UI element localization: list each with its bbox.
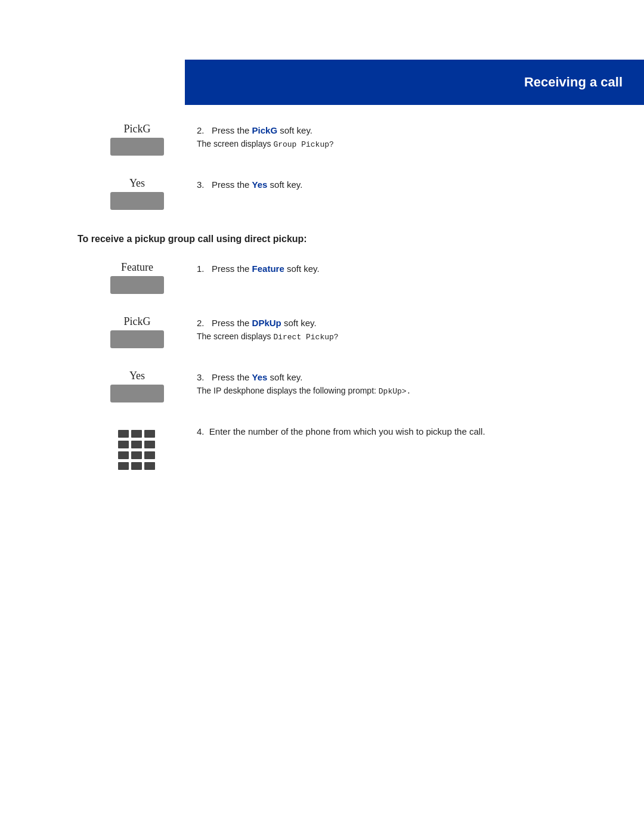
step-left-feature: Feature xyxy=(78,261,197,294)
step-right-pickG-1: 2. Press the PickG soft key. The screen … xyxy=(197,123,608,149)
numpad-key xyxy=(118,430,129,438)
step-row-numpad: 4. Enter the number of the phone from wh… xyxy=(78,424,608,470)
key-label-pickG-1: PickG xyxy=(124,123,151,135)
step-sub-pickG-1: The screen displays Group Pickup? xyxy=(197,139,608,149)
key-button-dpkup xyxy=(110,330,164,348)
step-sub-dpkup: The screen displays Direct Pickup? xyxy=(197,332,608,342)
step-left-pickG-1: PickG xyxy=(78,123,197,156)
step-number-numpad: 4. Enter the number of the phone from wh… xyxy=(197,426,608,436)
step-number-pickG-1: 2. Press the PickG soft key. xyxy=(197,125,608,135)
key-button-yes-2 xyxy=(110,385,164,402)
content-area: PickG 2. Press the PickG soft key. The s… xyxy=(0,105,644,528)
step-right-yes-1: 3. Press the Yes soft key. xyxy=(197,177,608,193)
numpad-key xyxy=(118,451,129,459)
step-number-yes-1: 3. Press the Yes soft key. xyxy=(197,179,608,190)
step-row-feature: Feature 1. Press the Feature soft key. xyxy=(78,261,608,294)
key-button-yes-1 xyxy=(110,192,164,210)
step-number-yes-2: 3. Press the Yes soft key. xyxy=(197,372,608,382)
header-title: Receiving a call xyxy=(524,75,623,90)
numpad-key xyxy=(131,441,142,448)
step-sub-yes-2: The IP deskphone displays the following … xyxy=(197,386,608,396)
numpad-key xyxy=(118,441,129,448)
step-row-pickG-1: PickG 2. Press the PickG soft key. The s… xyxy=(78,123,608,156)
step-right-numpad: 4. Enter the number of the phone from wh… xyxy=(197,424,608,440)
step-number-feature: 1. Press the Feature soft key. xyxy=(197,264,608,274)
key-label-yes-1: Yes xyxy=(129,177,145,190)
step-left-numpad xyxy=(78,424,197,470)
header-banner: Receiving a call xyxy=(185,60,644,105)
numpad-key xyxy=(131,451,142,459)
step-right-dpkup: 2. Press the DPkUp soft key. The screen … xyxy=(197,315,608,342)
key-label-dpkup: PickG xyxy=(124,315,151,328)
key-button-feature xyxy=(110,276,164,294)
section2-heading: To receive a pickup group call using dir… xyxy=(78,234,608,244)
numpad-key xyxy=(131,462,142,470)
step-left-dpkup: PickG xyxy=(78,315,197,348)
step-row-dpkup: PickG 2. Press the DPkUp soft key. The s… xyxy=(78,315,608,348)
numpad-key xyxy=(118,462,129,470)
step-right-yes-2: 3. Press the Yes soft key. The IP deskph… xyxy=(197,370,608,396)
key-label-yes-2: Yes xyxy=(129,370,145,382)
step-left-yes-1: Yes xyxy=(78,177,197,210)
step-row-yes-2: Yes 3. Press the Yes soft key. The IP de… xyxy=(78,370,608,402)
numpad-key xyxy=(144,430,155,438)
step-left-yes-2: Yes xyxy=(78,370,197,402)
step-right-feature: 1. Press the Feature soft key. xyxy=(197,261,608,277)
key-button-pickG-1 xyxy=(110,138,164,156)
page: Receiving a call PickG 2. Press the Pick… xyxy=(0,60,644,833)
numpad-key xyxy=(144,462,155,470)
numpad-icon xyxy=(116,428,159,470)
step-number-dpkup: 2. Press the DPkUp soft key. xyxy=(197,318,608,328)
key-label-feature: Feature xyxy=(121,261,153,274)
numpad-key xyxy=(144,451,155,459)
numpad-key xyxy=(144,441,155,448)
numpad-key xyxy=(131,430,142,438)
step-row-yes-1: Yes 3. Press the Yes soft key. xyxy=(78,177,608,210)
